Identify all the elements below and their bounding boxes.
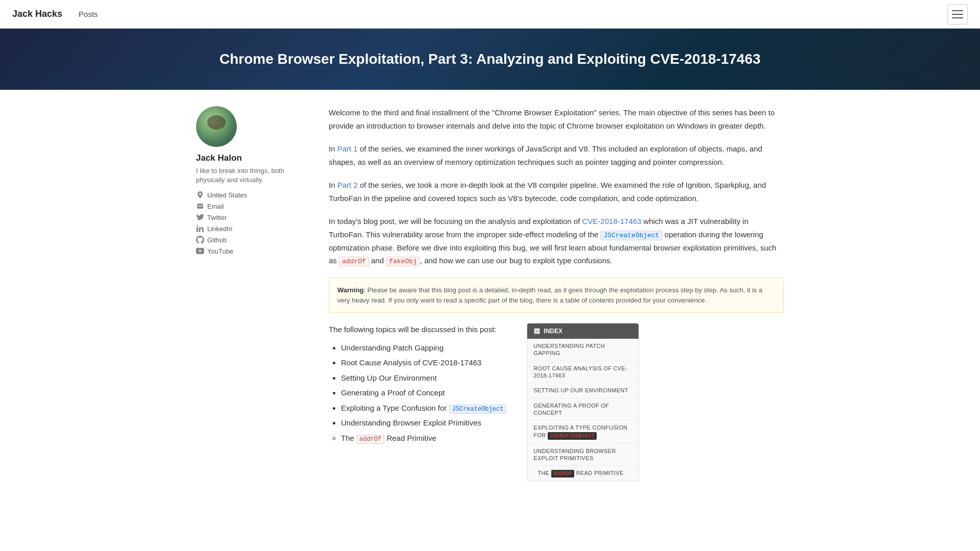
github-icon	[196, 236, 204, 244]
index-item[interactable]: GENERATING A PROOF OF CONCEPT	[527, 398, 639, 421]
part1-link[interactable]: Part 1	[337, 144, 358, 153]
warning-text: Please be aware that this blog post is a…	[337, 286, 763, 304]
index-header: INDEX	[527, 323, 639, 339]
warning-title: Warning	[337, 286, 364, 294]
index-icon	[533, 328, 541, 335]
code-addrof-1: addrOf	[339, 257, 369, 266]
nav-posts-link[interactable]: Posts	[79, 10, 98, 18]
hamburger-line-3	[952, 17, 963, 18]
youtube-link[interactable]: YouTube	[196, 247, 308, 255]
avatar-image	[196, 106, 237, 147]
linkedin-link[interactable]: LinkedIn	[196, 224, 308, 233]
intro-4-and: and	[371, 256, 384, 265]
intro-paragraph-3: In Part 2 of the series, we took a more …	[329, 179, 784, 205]
author-name: Jack Halon	[196, 153, 308, 163]
list-item: Understanding Patch Gapping	[341, 341, 506, 355]
email-label: Email	[207, 203, 224, 210]
hero-title: Chrome Browser Exploitation, Part 3: Ana…	[219, 49, 761, 69]
location-icon	[196, 191, 204, 199]
email-icon	[196, 202, 204, 210]
list-item: Setting Up Our Environment	[341, 371, 506, 385]
intro-paragraph-2: In Part 1 of the series, we examined the…	[329, 142, 784, 168]
topics-list: Understanding Patch GappingRoot Cause An…	[341, 341, 506, 445]
sub-topics-list: The addrOf Read Primitive	[341, 432, 506, 445]
twitter-icon	[196, 213, 204, 221]
cve-link[interactable]: CVE-2018-17463	[582, 217, 642, 226]
index-item[interactable]: SETTING UP OUR ENVIRONMENT	[527, 383, 639, 398]
index-box: INDEX UNDERSTANDING PATCH GAPPINGROOT CA…	[527, 323, 639, 482]
index-items-container: UNDERSTANDING PATCH GAPPINGROOT CAUSE AN…	[527, 339, 639, 481]
content-wrapper: Jack Halon I like to break into things, …	[184, 90, 796, 498]
index-item[interactable]: ROOT CAUSE ANALYSIS OF CVE-2018-17463	[527, 361, 639, 384]
main-content: Welcome to the third and final installme…	[329, 106, 784, 482]
index-item[interactable]: UNDERSTANDING BROWSER EXPLOIT PRIMITIVES	[527, 444, 639, 466]
list-item: Generating a Proof of Concept	[341, 386, 506, 399]
linkedin-icon	[196, 224, 204, 233]
index-item[interactable]: UNDERSTANDING PATCH GAPPING	[527, 339, 639, 361]
linkedin-label: LinkedIn	[207, 225, 232, 233]
topics-and-index: The following topics will be discussed i…	[329, 323, 784, 482]
nav-brand[interactable]: Jack Hacks	[12, 9, 62, 19]
list-item: Root Cause Analysis of CVE-2018-17463	[341, 356, 506, 369]
intro-3-text: of the series, we took a more in-depth l…	[329, 181, 766, 203]
intro-4-post3: , and how we can use our bug to exploit …	[420, 256, 612, 265]
part2-link[interactable]: Part 2	[337, 181, 358, 189]
youtube-icon	[196, 247, 204, 255]
hamburger-line-2	[952, 14, 963, 15]
intro-4-pre: In today's blog post, we will be focusin…	[329, 217, 582, 226]
twitter-link[interactable]: Twitter	[196, 213, 308, 221]
topics-intro: The following topics will be discussed i…	[329, 323, 506, 336]
intro-2-text: of the series, we examined the inner wor…	[329, 144, 762, 166]
list-item: The addrOf Read Primitive	[341, 432, 506, 445]
hero-banner: Chrome Browser Exploitation, Part 3: Ana…	[0, 29, 980, 90]
warning-box: Warning: Please be aware that this blog …	[329, 278, 784, 313]
email-link[interactable]: Email	[196, 202, 308, 210]
intro-paragraph-4: In today's blog post, we will be focusin…	[329, 215, 784, 267]
hamburger-line-1	[952, 10, 963, 11]
github-link[interactable]: Github	[196, 236, 308, 244]
topics-section: The following topics will be discussed i…	[329, 323, 506, 446]
code-fakeobj-1: fakeObj	[386, 257, 420, 266]
index-item[interactable]: EXPLOITING A TYPE CONFUSION FOR JSCREATE…	[527, 420, 639, 443]
nav-menu-button[interactable]	[947, 4, 968, 24]
intro-paragraph-1: Welcome to the third and final installme…	[329, 106, 784, 132]
location-label: United States	[207, 191, 247, 199]
code-jscreateobject-1: JSCreateObject	[600, 231, 662, 240]
list-item: Understanding Browser Exploit Primitives	[341, 416, 506, 430]
index-title: INDEX	[544, 328, 562, 335]
sidebar: Jack Halon I like to break into things, …	[196, 106, 308, 482]
list-item: Exploiting a Type Confusion for JSCreate…	[341, 402, 506, 415]
navbar: Jack Hacks Posts	[0, 0, 980, 29]
author-bio: I like to break into things, both physic…	[196, 166, 308, 185]
index-item[interactable]: THE addrOf READ PRIMITIVE	[527, 466, 639, 481]
twitter-label: Twitter	[207, 214, 227, 221]
github-label: Github	[207, 236, 227, 244]
youtube-label: YouTube	[207, 247, 233, 255]
avatar	[196, 106, 237, 147]
location-item: United States	[196, 191, 308, 199]
